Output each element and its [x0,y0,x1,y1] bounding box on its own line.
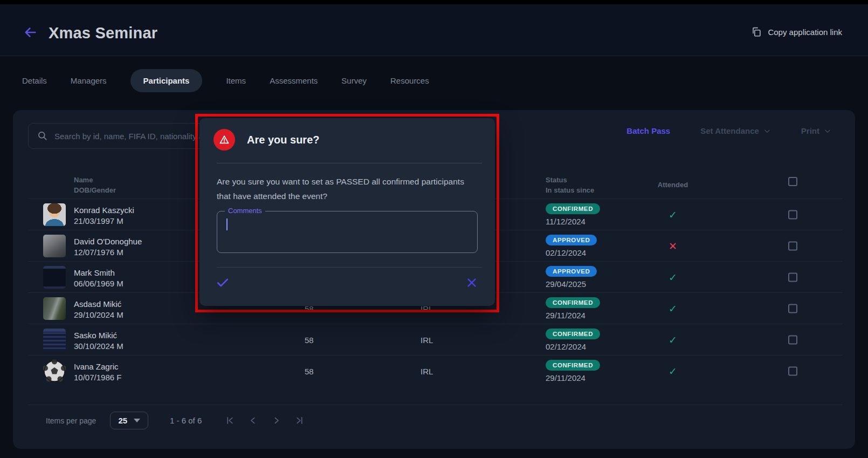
next-page-button[interactable] [272,416,281,425]
participant-name: Ivana Zagric [74,360,121,372]
attended-icon: ✓ [646,302,700,315]
participant-avatar [43,297,66,320]
header-status-line1: Status [546,175,594,185]
row-checkbox-wrap [788,335,797,344]
participant-dob-gender: 30/10/2024 M [74,341,123,350]
row-checkbox[interactable] [788,241,797,250]
attended-icon: ✓ [646,271,700,283]
last-page-icon [295,416,304,425]
back-arrow-icon [23,25,38,40]
row-checkbox[interactable] [788,272,797,282]
previous-page-button[interactable] [249,416,258,425]
text-cursor [226,218,228,230]
set-attendance-label: Set Attendance [700,126,759,135]
copy-application-link-button[interactable]: Copy application link [750,26,842,38]
participant-status-cell: CONFIRMED11/12/2024 [546,203,600,226]
tab-survey[interactable]: Survey [341,76,367,85]
row-checkbox[interactable] [788,335,797,344]
copy-application-link-label: Copy application link [768,28,842,37]
header-name-line1: Name [74,175,116,185]
row-checkbox[interactable] [788,304,797,313]
participant-name: Mark Smith [74,266,123,278]
tab-resources[interactable]: Resources [390,76,429,85]
comments-label: Comments [225,207,265,215]
dialog-divider [217,163,482,163]
cancel-button[interactable] [466,277,478,291]
participant-dob-gender: 21/03/1997 M [74,216,134,225]
status-badge: APPROVED [546,235,597,245]
participant-age: 58 [305,335,314,344]
select-all-checkbox[interactable] [788,177,797,186]
attended-icon: ✕ [646,240,700,252]
participant-dob-gender: 10/07/1986 F [74,372,121,381]
row-checkbox-wrap [788,241,797,250]
confirm-button[interactable] [216,276,230,292]
row-checkbox-wrap [788,272,797,282]
header-name-line2: DOB/Gender [74,185,116,195]
page-size-select[interactable]: 25 [110,412,148,429]
tab-assessments[interactable]: Assessments [270,76,318,85]
participant-status-cell: APPROVED29/04/2025 [546,266,597,289]
table-row[interactable]: Ivana Zagric10/07/1986 F 58 IRL CONFIRME… [28,355,842,386]
warning-icon [213,129,235,151]
first-page-button[interactable] [225,416,235,425]
page-size-value: 25 [118,416,127,425]
row-checkbox-wrap [788,366,797,375]
tab-managers[interactable]: Managers [71,76,107,85]
participant-name-cell: Ivana Zagric10/07/1986 F [74,360,121,381]
row-checkbox-wrap [788,210,797,219]
print-label: Print [801,126,819,135]
dialog-message: Are you sure you want to set as PASSED a… [217,174,479,203]
page: Xmas Seminar Copy application link Detai… [0,0,868,458]
participant-name-cell: Sasko Mikić30/10/2024 M [74,329,123,350]
status-since: 29/04/2025 [546,279,597,289]
participant-name-cell: Asdasd Mikić29/10/2024 M [74,298,123,319]
tab-participants[interactable]: Participants [130,69,203,92]
app-header: Xmas Seminar Copy application link [0,4,868,56]
participant-avatar [43,329,66,351]
batch-pass-button[interactable]: Batch Pass [626,126,670,135]
dialog-header: Are you sure? [213,129,319,151]
participant-name-cell: Mark Smith06/06/1969 M [74,266,123,288]
row-checkbox[interactable] [788,366,797,375]
check-icon [216,276,230,290]
first-page-icon [225,416,235,425]
comments-textarea[interactable] [217,211,477,252]
participant-dob-gender: 06/06/1969 M [74,278,123,288]
status-since: 29/11/2024 [546,373,600,382]
tab-items[interactable]: Items [226,76,246,85]
pagination-bar: Items per page 25 1 - 6 of 6 [28,405,842,436]
print-button[interactable]: Print [801,126,831,135]
last-page-button[interactable] [295,416,304,425]
search-icon [37,131,48,141]
participant-avatar [43,235,66,257]
table-actions: Batch Pass Set Attendance Print [626,126,831,135]
header-status-line2: In status since [546,185,594,195]
copy-icon [750,26,762,38]
status-badge: CONFIRMED [546,203,600,214]
row-checkbox[interactable] [788,210,797,219]
chevron-left-icon [249,416,258,425]
participant-nationality: IRL [421,366,433,375]
status-since: 02/12/2024 [546,342,600,351]
confirmation-dialog: Are you sure? Are you sure you want to s… [199,118,495,306]
set-attendance-button[interactable]: Set Attendance [700,126,771,135]
dialog-footer-divider [217,267,482,268]
status-since: 02/12/2024 [546,248,597,257]
table-row[interactable]: Sasko Mikić30/10/2024 M 58 IRL CONFIRMED… [28,324,842,355]
participant-avatar [43,360,66,382]
participant-name: Konrad Kaszycki [74,204,134,216]
participant-name: David O'Donoghue [74,235,142,247]
participant-name-cell: Konrad Kaszycki21/03/1997 M [74,204,134,225]
items-per-page-label: Items per page [46,416,96,425]
column-header-name: Name DOB/Gender [74,175,116,195]
chevron-down-icon [763,127,771,135]
participant-status-cell: CONFIRMED02/12/2024 [546,329,600,351]
tab-details[interactable]: Details [22,76,47,85]
window-top-strip [0,0,868,4]
participant-name-cell: David O'Donoghue12/07/1976 M [74,235,142,256]
soccer-ball-icon [43,360,66,382]
back-button[interactable] [23,25,39,41]
status-badge: APPROVED [546,266,597,277]
participant-avatar [43,203,66,226]
